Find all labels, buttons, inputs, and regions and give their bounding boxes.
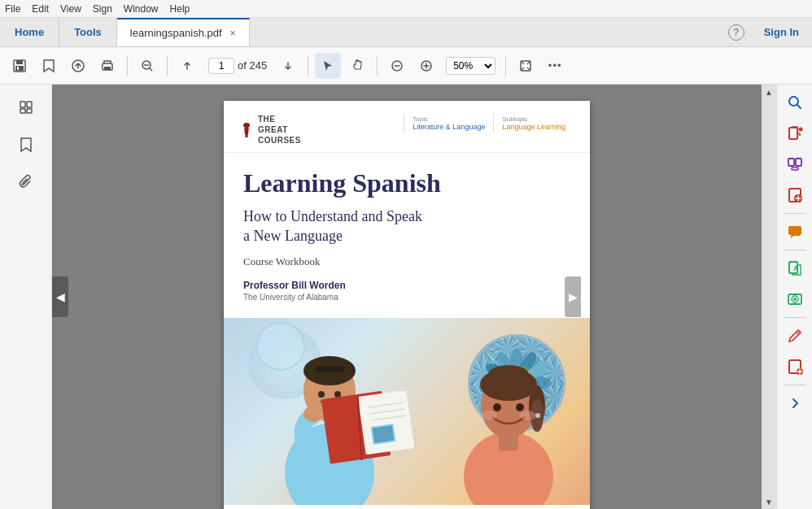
svg-point-50 <box>520 411 536 420</box>
menu-sign[interactable]: Sign <box>93 3 112 15</box>
menu-file[interactable]: File <box>5 3 20 15</box>
svg-rect-67 <box>788 226 801 235</box>
tab-close-button[interactable]: × <box>230 28 236 39</box>
person-right-svg <box>443 334 574 505</box>
cursor-tool-button[interactable] <box>315 53 341 79</box>
vertical-scrollbar[interactable]: ▲ ▼ <box>762 85 776 509</box>
export-pdf-button[interactable] <box>780 254 810 283</box>
print-button[interactable] <box>94 53 120 79</box>
zoom-out-button[interactable] <box>384 53 410 79</box>
toolbar-separator-4 <box>377 56 378 76</box>
scan-tool-button[interactable] <box>780 285 810 314</box>
great-courses-logo: THE GREAT COURSES <box>240 114 301 146</box>
torch-icon <box>240 121 253 139</box>
right-tools-separator-3 <box>784 317 806 318</box>
collapse-right-panel-button[interactable] <box>780 389 810 418</box>
pdf-page-header: THE GREAT COURSES Topic Literature & Lan… <box>224 101 590 153</box>
tab-tools[interactable]: Tools <box>59 18 117 46</box>
svg-rect-16 <box>246 134 248 137</box>
tab-help-button[interactable]: ? <box>722 18 751 46</box>
svg-rect-11 <box>20 102 25 107</box>
menu-edit[interactable]: Edit <box>32 3 49 15</box>
logo-text: THE GREAT COURSES <box>258 114 301 146</box>
scroll-up-button[interactable]: ▲ <box>762 85 776 99</box>
svg-point-47 <box>516 403 524 411</box>
bookmark-button[interactable] <box>36 53 62 79</box>
right-tools-separator-4 <box>784 385 806 385</box>
svg-rect-60 <box>789 128 797 139</box>
pages-thumbnail-button[interactable] <box>10 91 42 124</box>
svg-point-71 <box>793 298 797 301</box>
right-tools-panel <box>776 85 812 509</box>
edit-pdf-button[interactable] <box>780 119 810 148</box>
signin-button[interactable]: Sign In <box>751 18 812 46</box>
right-arrow-icon: ▶ <box>569 290 578 303</box>
svg-rect-13 <box>20 109 25 113</box>
topic-column: Topic Literature & Language <box>404 114 493 133</box>
pdf-page: THE GREAT COURSES Topic Literature & Lan… <box>224 101 590 509</box>
svg-point-38 <box>303 406 323 422</box>
attachment-panel-button[interactable] <box>10 166 42 198</box>
menu-view[interactable]: View <box>60 3 81 15</box>
comment-tool-button[interactable] <box>780 217 810 246</box>
menu-bar: File Edit View Sign Window Help <box>0 0 812 18</box>
menu-window[interactable]: Window <box>124 3 159 15</box>
left-panel-collapse[interactable]: ◀ <box>52 276 68 317</box>
svg-point-49 <box>481 411 497 420</box>
bookmark-panel-button[interactable] <box>10 128 42 161</box>
right-panel-collapse[interactable]: ▶ <box>565 276 581 317</box>
help-circle-icon: ? <box>728 24 744 41</box>
organize-pages-button[interactable] <box>780 150 810 179</box>
left-arrow-icon: ◀ <box>56 290 65 303</box>
main-area: ◀ THE GREAT CO <box>0 85 812 509</box>
menu-help[interactable]: Help <box>170 3 190 15</box>
zoom-select-input[interactable]: 50% 75% 100% 150% <box>446 57 495 75</box>
save-button[interactable] <box>7 53 33 79</box>
svg-rect-1 <box>16 60 23 64</box>
prev-page-button[interactable] <box>174 53 200 79</box>
topic-area: Topic Literature & Language Subtopic Lan… <box>404 114 574 133</box>
pdf-cover-image <box>224 318 590 505</box>
pdf-viewing-area[interactable]: ◀ THE GREAT CO <box>52 85 762 509</box>
page-navigation: of 245 <box>208 58 267 74</box>
pdf-subtitle: How to Understand and Speaka New Languag… <box>243 207 570 246</box>
svg-point-46 <box>493 403 501 411</box>
toolbar-separator-2 <box>167 56 168 76</box>
svg-rect-35 <box>315 367 344 372</box>
tab-home[interactable]: Home <box>0 18 59 46</box>
tab-bar: Home Tools learningspanish.pdf × ? Sign … <box>0 18 812 47</box>
create-pdf-button[interactable] <box>780 181 810 210</box>
svg-point-61 <box>798 128 802 132</box>
more-options-button[interactable]: ••• <box>542 53 568 79</box>
next-page-button[interactable] <box>275 53 301 79</box>
page-number-input[interactable] <box>208 58 234 74</box>
search-tool-button[interactable] <box>780 88 810 117</box>
toolbar-separator-1 <box>127 56 128 76</box>
zoom-in-button[interactable] <box>413 53 439 79</box>
book-svg <box>321 391 419 464</box>
tab-spacer <box>250 18 722 46</box>
pdf-page-content: Learning Spanish How to Understand and S… <box>224 153 590 318</box>
svg-rect-14 <box>27 109 32 113</box>
toolbar-separator-5 <box>505 56 506 76</box>
hand-tool-button[interactable] <box>344 53 370 79</box>
upload-button[interactable] <box>65 53 91 79</box>
zoom-out-toolbar-button[interactable] <box>134 53 160 79</box>
right-tools-separator-1 <box>784 213 806 214</box>
right-tools-separator-2 <box>784 250 806 250</box>
pdf-university-name: The University of Alabama <box>243 293 570 302</box>
svg-rect-62 <box>788 159 794 166</box>
page-total-label: of 245 <box>238 59 267 72</box>
pdf-professor-name: Professor Bill Worden <box>243 280 570 291</box>
scroll-down-button[interactable]: ▼ <box>762 494 776 509</box>
draw-tool-button[interactable] <box>780 321 810 350</box>
fit-page-button[interactable] <box>513 53 539 79</box>
left-sidebar <box>0 85 52 509</box>
tab-file-active[interactable]: learningspanish.pdf × <box>117 18 250 46</box>
svg-rect-3 <box>17 67 19 70</box>
svg-rect-57 <box>373 425 394 442</box>
toolbar: of 245 50% 75% 100% 150% ••• <box>0 47 812 85</box>
pdf-main-title: Learning Spanish <box>243 169 570 198</box>
svg-rect-6 <box>104 67 111 70</box>
pdf-tools-button[interactable] <box>780 352 810 381</box>
